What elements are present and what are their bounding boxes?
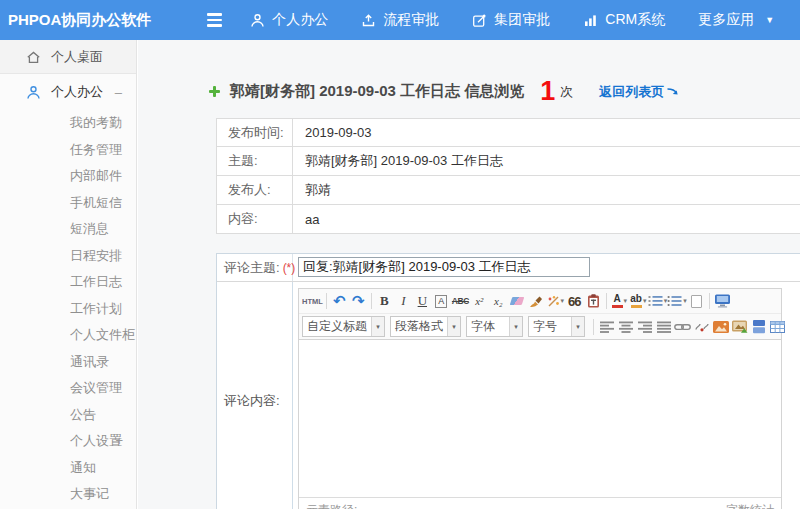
char-border-button[interactable]: A (432, 291, 451, 311)
font-size-dropdown[interactable]: 字号 ▾ (528, 316, 585, 337)
person-icon (26, 85, 41, 100)
word-count-label[interactable]: 字数统计 (726, 502, 774, 509)
sidebar-item-notification[interactable]: 通知 (0, 455, 136, 482)
sidebar-item-work-log[interactable]: 工作日志 (0, 269, 136, 296)
nav-group-approval[interactable]: 集团审批 (472, 11, 550, 29)
sidebar-item-personal-desktop[interactable]: 个人桌面 (0, 40, 136, 74)
sidebar-item-internal-mail[interactable]: 内部邮件 (0, 163, 136, 190)
sidebar-item-sms[interactable]: 手机短信 (0, 190, 136, 217)
nav-personal-office[interactable]: 个人办公 (250, 11, 328, 29)
sidebar-section-label: 个人办公 (51, 83, 103, 101)
align-right-button[interactable] (635, 317, 654, 337)
ordered-list-icon (648, 295, 663, 307)
sidebar-item-label: 个人桌面 (51, 48, 103, 66)
menu-icon (207, 13, 222, 16)
workflow-approval-icon (361, 13, 376, 28)
row-value: 郭靖 (293, 176, 331, 204)
app-window: PHPOA协同办公软件 个人办公 流程审批 集团审批 CRM系统 更多应用 (0, 0, 800, 509)
format-painter-button[interactable] (527, 291, 546, 311)
log-info-table: 发布时间: 2019-09-03 主题: 郭靖[财务部] 2019-09-03 … (216, 118, 800, 234)
nav-label: 集团审批 (494, 11, 550, 29)
align-center-button[interactable] (616, 317, 635, 337)
sidebar-item-contacts[interactable]: 通讯录 (0, 349, 136, 376)
back-to-list-link[interactable]: 返回列表页 (599, 83, 679, 101)
chevron-down-icon[interactable]: ▼ (765, 15, 774, 25)
strikethrough-button[interactable]: ABC (451, 291, 470, 311)
sidebar-item-task-management[interactable]: 任务管理 (0, 137, 136, 164)
font-family-dropdown[interactable]: 字体 ▾ (466, 316, 523, 337)
align-justify-button[interactable] (654, 317, 673, 337)
sidebar-item-meeting-management[interactable]: 会议管理 (0, 375, 136, 402)
table-icon (770, 321, 785, 333)
screenshot-button[interactable] (730, 317, 749, 337)
home-icon (26, 50, 41, 64)
sidebar-item-label: 个人设置 (70, 433, 122, 448)
align-justify-icon (657, 321, 671, 333)
insert-link-button[interactable] (673, 317, 692, 337)
blank-page-icon (691, 295, 702, 308)
blockquote-button[interactable]: 66 (565, 291, 584, 311)
editor-toolbar-row-2: 自定义标题 ▾ 段落格式 ▾ 字体 ▾ (299, 314, 781, 339)
magic-wand-icon (547, 295, 560, 307)
nav-workflow-approval[interactable]: 流程审批 (361, 11, 439, 29)
table-row: 内容: aa (216, 205, 800, 234)
sidebar-item-work-plan[interactable]: 工作计划 (0, 296, 136, 323)
clipboard-icon (587, 294, 600, 308)
page-title: 郭靖[财务部] 2019-09-03 工作日志 信息浏览 (230, 82, 524, 101)
table-row: 发布时间: 2019-09-03 (216, 118, 800, 147)
superscript-button[interactable]: x² (470, 291, 489, 311)
chevron-down-icon: ▾ (371, 317, 384, 336)
sidebar-item-memorabilia[interactable]: 大事记 (0, 481, 136, 508)
paragraph-format-dropdown[interactable]: 段落格式 ▾ (390, 316, 461, 337)
sidebar-item-personal-settings[interactable]: 个人设置 + (0, 428, 136, 455)
sidebar-item-file-cabinet[interactable]: 个人文件柜 (0, 322, 136, 349)
insert-video-button[interactable] (749, 317, 768, 337)
nav-more-apps[interactable]: 更多应用 (698, 11, 754, 29)
paste-as-text-button[interactable] (584, 291, 603, 311)
bold-button[interactable]: B (375, 291, 394, 311)
custom-heading-dropdown[interactable]: 自定义标题 ▾ (302, 316, 385, 337)
redo-button[interactable]: ↷ (349, 291, 368, 311)
collapse-icon[interactable]: – (115, 85, 122, 100)
main-content: 郭靖[财务部] 2019-09-03 工作日志 信息浏览 1 次 返回列表页 发… (138, 40, 800, 509)
app-logo: PHPOA协同办公软件 (8, 11, 151, 30)
undo-button[interactable]: ↶ (330, 291, 349, 311)
editor-content-area[interactable] (299, 340, 781, 497)
comment-subject-input[interactable] (298, 257, 590, 277)
source-code-button[interactable]: HTML (302, 291, 323, 311)
menu-toggle-button[interactable] (203, 9, 226, 31)
bar-chart-icon (583, 13, 598, 28)
insert-table-button[interactable] (768, 317, 787, 337)
fullscreen-preview-button[interactable] (713, 291, 732, 311)
nav-crm-system[interactable]: CRM系统 (583, 11, 665, 29)
align-right-icon (638, 321, 652, 333)
red-color-bar (612, 305, 623, 308)
editor-toolbar: HTML ↶ ↷ B I U A ABC x² x₂ (299, 289, 781, 340)
unordered-list-icon (667, 295, 682, 307)
screenshot-icon (732, 320, 748, 333)
highlight-color-button[interactable]: ab ▾ (629, 291, 648, 311)
expand-icon[interactable]: + (115, 428, 123, 455)
subscript-button[interactable]: x₂ (489, 291, 508, 311)
chevron-down-icon: ▾ (643, 297, 647, 305)
sidebar-item-short-message[interactable]: 短消息 (0, 216, 136, 243)
sidebar-item-schedule[interactable]: 日程安排 (0, 243, 136, 270)
auto-typeset-button[interactable]: ▾ (546, 291, 565, 311)
sidebar-item-announcement[interactable]: 公告 (0, 402, 136, 429)
edit-icon (472, 13, 487, 28)
insert-image-button[interactable] (711, 317, 730, 337)
font-color-button[interactable]: A ▾ (610, 291, 629, 311)
underline-button[interactable]: U (413, 291, 432, 311)
unlink-button[interactable] (692, 317, 711, 337)
sidebar-item-attendance[interactable]: 我的考勤 (0, 110, 136, 137)
align-left-button[interactable] (597, 317, 616, 337)
align-left-icon (600, 321, 614, 333)
italic-button[interactable]: I (394, 291, 413, 311)
clear-format-button[interactable] (508, 291, 527, 311)
new-document-button[interactable] (687, 291, 706, 311)
nav-label: 流程审批 (383, 11, 439, 29)
eraser-icon (510, 297, 525, 305)
sidebar-section-personal-office[interactable]: 个人办公 – (0, 74, 136, 110)
unordered-list-button[interactable]: ▾ (667, 291, 687, 311)
ordered-list-button[interactable]: ▾ (648, 291, 668, 311)
